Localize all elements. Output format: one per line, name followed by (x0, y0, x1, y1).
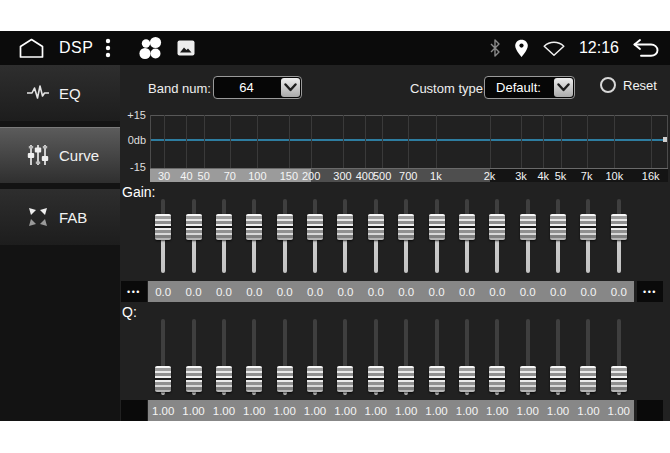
slider-thumb[interactable] (580, 366, 596, 392)
q-slider[interactable] (216, 317, 232, 397)
q-slider[interactable] (277, 317, 293, 397)
q-slider[interactable] (550, 317, 566, 397)
sidebar-item-eq[interactable]: EQ (0, 65, 120, 121)
slider-thumb[interactable] (489, 366, 505, 392)
slider-thumb[interactable] (307, 366, 323, 392)
gain-slider[interactable] (246, 197, 262, 275)
gain-slider[interactable] (307, 197, 323, 275)
band-num-dropdown[interactable]: 64 (213, 76, 302, 99)
q-value-row: 1.001.001.001.001.001.001.001.001.001.00… (120, 400, 670, 421)
sidebar-item-fab[interactable]: FAB (0, 189, 120, 245)
q-value: 1.00 (604, 400, 634, 421)
reset-button[interactable]: Reset (600, 77, 657, 93)
slider-thumb[interactable] (186, 366, 202, 392)
slider-thumb[interactable] (216, 366, 232, 392)
slider-thumb[interactable] (520, 214, 536, 240)
slider-thumb[interactable] (216, 214, 232, 240)
slider-thumb[interactable] (155, 214, 171, 240)
slider-thumb[interactable] (489, 214, 505, 240)
gain-slider-column (239, 197, 269, 275)
freq-tick-label: 40 (180, 170, 192, 182)
custom-type-dropdown[interactable]: Default: (484, 76, 575, 99)
slider-thumb[interactable] (155, 366, 171, 392)
slider-thumb[interactable] (459, 214, 475, 240)
gain-slider[interactable] (550, 197, 566, 275)
slider-thumb[interactable] (550, 214, 566, 240)
q-slider[interactable] (520, 317, 536, 397)
q-slider[interactable] (246, 317, 262, 397)
gain-value: 0.0 (573, 281, 603, 302)
q-slider[interactable] (398, 317, 414, 397)
page-title: DSP (59, 39, 93, 57)
slider-thumb[interactable] (580, 214, 596, 240)
y-axis-label-0db: 0db (120, 134, 146, 146)
q-slider[interactable] (155, 317, 171, 397)
chevron-down-icon[interactable] (281, 78, 300, 97)
slider-thumb[interactable] (246, 366, 262, 392)
chevron-down-icon[interactable] (554, 78, 573, 97)
slider-thumb[interactable] (368, 214, 384, 240)
gain-more-left-button[interactable]: ••• (121, 281, 147, 302)
slider-thumb[interactable] (368, 366, 384, 392)
slider-thumb[interactable] (398, 366, 414, 392)
q-slider[interactable] (580, 317, 596, 397)
gain-slider[interactable] (489, 197, 505, 275)
slider-thumb[interactable] (520, 366, 536, 392)
q-value-strip: 1.001.001.001.001.001.001.001.001.001.00… (148, 400, 634, 421)
gain-slider-column (604, 197, 634, 275)
gain-slider[interactable] (368, 197, 384, 275)
gain-slider-column (513, 197, 543, 275)
slider-thumb[interactable] (307, 214, 323, 240)
slider-thumb[interactable] (611, 366, 627, 392)
q-slider[interactable] (368, 317, 384, 397)
slider-thumb[interactable] (337, 214, 353, 240)
q-value: 1.00 (178, 400, 208, 421)
q-slider[interactable] (307, 317, 323, 397)
gain-value: 0.0 (543, 281, 573, 302)
gallery-icon[interactable] (177, 40, 195, 56)
gain-slider[interactable] (520, 197, 536, 275)
gain-slider[interactable] (186, 197, 202, 275)
q-slider[interactable] (459, 317, 475, 397)
slider-thumb[interactable] (246, 214, 262, 240)
sidebar-item-curve[interactable]: Curve (0, 127, 120, 183)
freq-tick-label: 50 (198, 170, 210, 182)
gain-more-right-button[interactable]: ••• (637, 281, 663, 302)
curve-panel: Band num: 64 Custom type: Default: Reset… (120, 65, 670, 421)
slider-thumb[interactable] (337, 366, 353, 392)
gain-slider[interactable] (155, 197, 171, 275)
slider-thumb[interactable] (429, 366, 445, 392)
gain-slider[interactable] (429, 197, 445, 275)
gain-slider[interactable] (459, 197, 475, 275)
gain-value: 0.0 (391, 281, 421, 302)
slider-thumb[interactable] (277, 214, 293, 240)
slider-thumb[interactable] (186, 214, 202, 240)
gain-slider[interactable] (337, 197, 353, 275)
slider-thumb[interactable] (459, 366, 475, 392)
slider-thumb[interactable] (277, 366, 293, 392)
gain-slider[interactable] (398, 197, 414, 275)
back-icon[interactable] (632, 38, 660, 58)
q-slider[interactable] (489, 317, 505, 397)
q-slider[interactable] (186, 317, 202, 397)
q-slider[interactable] (429, 317, 445, 397)
freq-gridline (561, 115, 562, 168)
apps-clover-icon[interactable] (137, 35, 163, 61)
q-slider[interactable] (611, 317, 627, 397)
q-slider[interactable] (337, 317, 353, 397)
eq-plot-area[interactable]: 304050701001502003004005007001k2k3k4k5k7… (150, 108, 668, 182)
home-icon[interactable] (18, 37, 45, 59)
freq-gridline (343, 115, 344, 168)
slider-thumb[interactable] (429, 214, 445, 240)
gain-slider[interactable] (277, 197, 293, 275)
slider-thumb[interactable] (550, 366, 566, 392)
slider-thumb[interactable] (611, 214, 627, 240)
gain-slider[interactable] (216, 197, 232, 275)
gain-slider[interactable] (611, 197, 627, 275)
gain-slider-column (330, 197, 360, 275)
q-value: 1.00 (361, 400, 391, 421)
q-slider-column (482, 317, 512, 397)
gain-slider[interactable] (580, 197, 596, 275)
overflow-menu-icon[interactable] (105, 37, 111, 59)
slider-thumb[interactable] (398, 214, 414, 240)
